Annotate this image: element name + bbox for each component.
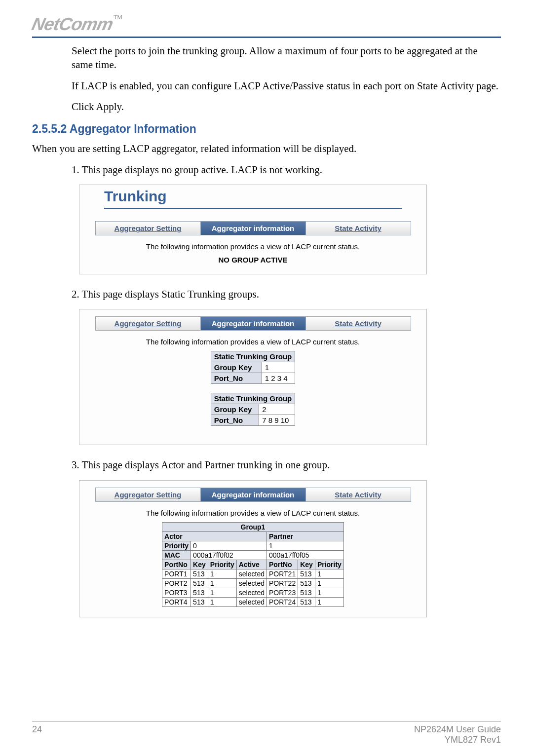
header: NetCommTM — [32, 14, 501, 38]
actor-mac: 000a17ff0f02 — [191, 550, 267, 560]
row-label-group-key: Group Key — [211, 362, 262, 373]
cell: 513 — [191, 569, 208, 578]
tab-aggregator-setting[interactable]: Aggregator Setting — [96, 317, 201, 330]
cell: 1 — [208, 578, 236, 588]
col-portno: PortNo — [162, 560, 191, 569]
priority-label: Priority — [162, 541, 191, 550]
cell: selected — [236, 588, 266, 597]
section-lead: When you are setting LACP aggregator, re… — [32, 142, 501, 155]
cell-port-no: 1 2 3 4 — [262, 373, 295, 384]
cell: PORT3 — [162, 588, 191, 597]
partner-mac: 000a17ff0f05 — [266, 550, 343, 560]
tab-state-activity[interactable]: State Activity — [306, 317, 411, 330]
page-footer: 24 NP2624M User Guide YML827 Rev1 — [32, 721, 501, 745]
cell: 1 — [315, 578, 343, 588]
cell: PORT2 — [162, 578, 191, 588]
static-trunking-table-1: Static Trunking Group Group Key 1 Port_N… — [211, 351, 296, 384]
table-row: PORT45131selectedPORT245131 — [162, 597, 344, 606]
cell: 1 — [208, 588, 236, 597]
cell: 513 — [298, 578, 315, 588]
cell: 513 — [298, 588, 315, 597]
panel-title: Trunking — [79, 185, 426, 208]
cell: PORT4 — [162, 597, 191, 606]
list-item-2: 2. This page displays Static Trunking gr… — [72, 287, 501, 301]
cell: PORT23 — [266, 588, 298, 597]
tab-aggregator-setting[interactable]: Aggregator Setting — [96, 488, 201, 501]
row-label-port-no: Port_No — [211, 373, 262, 384]
cell-port-no: 7 8 9 10 — [259, 415, 295, 426]
guide-name: NP2624M User Guide — [414, 724, 501, 734]
brand-logo: NetComm — [30, 14, 115, 35]
status-caption: The following information provides a vie… — [79, 338, 426, 346]
cell: 513 — [298, 569, 315, 578]
table-header: Static Trunking Group — [211, 351, 295, 362]
tab-aggregator-information[interactable]: Aggregator information — [201, 488, 306, 501]
tab-bar: Aggregator Setting Aggregator informatio… — [95, 221, 411, 235]
actor-priority: 0 — [191, 541, 267, 550]
cell: 1 — [315, 588, 343, 597]
cell: 1 — [208, 597, 236, 606]
col-priority: Priority — [208, 560, 236, 569]
section-heading: 2.5.5.2 Aggregator Information — [32, 122, 501, 136]
cell: PORT24 — [266, 597, 298, 606]
group1-table: Group1 Actor Partner Priority 0 1 MAC 00… — [162, 522, 344, 607]
static-trunking-table-2: Static Trunking Group Group Key 2 Port_N… — [211, 393, 296, 426]
group-title: Group1 — [162, 522, 344, 531]
col-key: Key — [191, 560, 208, 569]
tab-bar: Aggregator Setting Aggregator informatio… — [95, 316, 411, 331]
tab-aggregator-information[interactable]: Aggregator information — [201, 222, 306, 235]
actor-header: Actor — [162, 531, 267, 541]
col-key: Key — [298, 560, 315, 569]
cell: 513 — [191, 578, 208, 588]
partner-header: Partner — [266, 531, 343, 541]
cell-group-key: 1 — [262, 362, 295, 373]
intro-paragraph-2: If LACP is enabled, you can configure LA… — [72, 79, 501, 93]
cell: PORT1 — [162, 569, 191, 578]
cell: 513 — [191, 597, 208, 606]
cell: 1 — [315, 597, 343, 606]
table-row: PORT25131selectedPORT225131 — [162, 578, 344, 588]
cell: 1 — [315, 569, 343, 578]
screenshot-actor-partner: Aggregator Setting Aggregator informatio… — [79, 480, 427, 617]
row-label-port-no: Port_No — [211, 415, 259, 426]
cell: selected — [236, 569, 266, 578]
screenshot-static-trunking: Aggregator Setting Aggregator informatio… — [79, 309, 427, 445]
revision: YML827 Rev1 — [445, 735, 501, 745]
trademark: TM — [114, 14, 122, 21]
tab-aggregator-information[interactable]: Aggregator information — [201, 317, 306, 330]
col-portno: PortNo — [266, 560, 298, 569]
row-label-group-key: Group Key — [211, 404, 259, 415]
cell: selected — [236, 597, 266, 606]
mac-label: MAC — [162, 550, 191, 560]
tab-state-activity[interactable]: State Activity — [306, 488, 411, 501]
status-caption: The following information provides a vie… — [79, 509, 426, 517]
tab-aggregator-setting[interactable]: Aggregator Setting — [96, 222, 201, 235]
table-row: PORT35131selectedPORT235131 — [162, 588, 344, 597]
col-priority: Priority — [315, 560, 343, 569]
cell: 513 — [191, 588, 208, 597]
cell: PORT21 — [266, 569, 298, 578]
intro-paragraph-1: Select the ports to join the trunking gr… — [72, 44, 501, 72]
list-item-1: 1. This page displays no group active. L… — [72, 163, 501, 177]
status-caption: The following information provides a vie… — [79, 242, 426, 251]
col-active: Active — [236, 560, 266, 569]
cell: 513 — [298, 597, 315, 606]
table-header: Static Trunking Group — [211, 393, 295, 404]
cell-group-key: 2 — [259, 404, 295, 415]
no-group-active-label: NO GROUP ACTIVE — [79, 256, 426, 264]
screenshot-no-group: Trunking Aggregator Setting Aggregator i… — [79, 185, 427, 274]
cell: selected — [236, 578, 266, 588]
cell: PORT22 — [266, 578, 298, 588]
table-row: PORT15131selectedPORT215131 — [162, 569, 344, 578]
page-number: 24 — [32, 724, 42, 745]
tab-bar: Aggregator Setting Aggregator informatio… — [95, 488, 411, 502]
cell: 1 — [208, 569, 236, 578]
list-item-3: 3. This page displays Actor and Partner … — [72, 458, 501, 472]
partner-priority: 1 — [266, 541, 343, 550]
tab-state-activity[interactable]: State Activity — [306, 222, 411, 235]
intro-paragraph-3: Click Apply. — [72, 100, 501, 113]
